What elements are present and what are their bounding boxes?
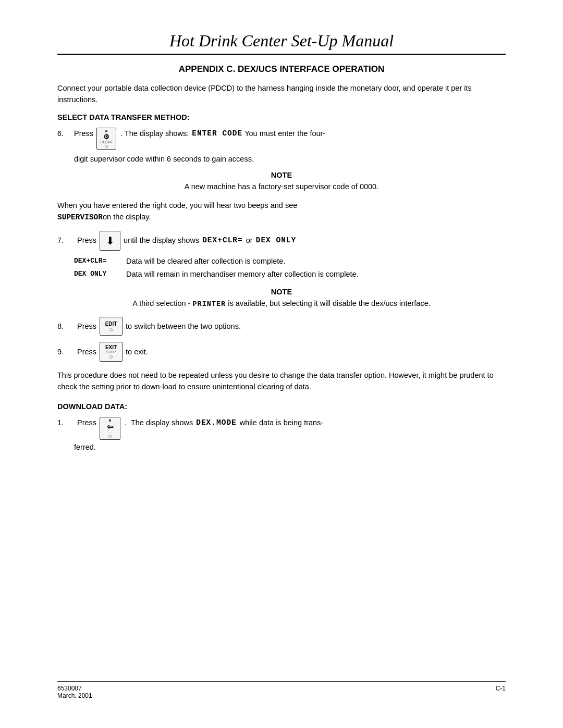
key-hash-led (105, 145, 108, 148)
def2-term: DEX ONLY (74, 269, 126, 280)
dl-step-1-number: 1. (57, 417, 74, 429)
intro-text: Connect your portable data collection de… (57, 83, 506, 106)
note2-block: When you have entered the right code, yo… (57, 200, 506, 224)
step-7-row: 7. Press ⬇ until the display shows DEX+C… (57, 231, 506, 251)
note3-heading: NOTE (89, 288, 474, 296)
note1-text: A new machine has a factory-set supervis… (89, 181, 474, 193)
key-edit-button[interactable]: EDIT (100, 317, 123, 336)
dl-step-1-row: 1. Press 6 ⇦ - . The display shows DEX.M… (57, 417, 506, 440)
step-6-row: 6. Press # ⚙ CLEAR . The display shows: … (57, 128, 506, 150)
key-exit-led (109, 355, 113, 359)
note3-text2: is available, but selecting it will disa… (228, 299, 430, 307)
key-arrow-button[interactable]: ⬇ (100, 231, 120, 251)
dl-step-1-text: . The display shows (125, 417, 193, 429)
note3-display: PRINTER (193, 300, 226, 308)
step-7-display: DEX+CLR= (202, 235, 243, 246)
step-8-row: 8. Press EDIT to switch between the two … (57, 317, 506, 336)
def1-row: DEX+CLR= Data will be cleared after coll… (74, 256, 506, 267)
def-block: DEX+CLR= Data will be cleared after coll… (74, 256, 506, 281)
key-6-symbol: ⇦ (107, 423, 114, 430)
key-arrow-symbol: ⬇ (106, 232, 115, 249)
footer-page: C-1 (496, 685, 506, 699)
step-7-display2: DEX ONLY (256, 235, 297, 246)
def2-desc: Data will remain in merchandiser memory … (126, 269, 506, 280)
step-6-continued: digit supervisor code within 6 seconds t… (74, 154, 506, 165)
footer-date: March, 2001 (57, 692, 92, 699)
footer-left: 6530007 March, 2001 (57, 685, 92, 699)
key-edit-led (109, 328, 113, 331)
step-8-number: 8. (57, 320, 74, 332)
page-title: Hot Drink Center Set-Up Manual (57, 31, 506, 55)
dl-step-1-cont: while data is being trans- (240, 417, 323, 429)
step-6-cont: You must enter the four- (244, 128, 325, 140)
def1-term: DEX+CLR= (74, 256, 126, 267)
step-8-text: to switch between the two options. (126, 320, 241, 332)
key-hash-bottom: CLEAR (100, 140, 112, 144)
def2-row: DEX ONLY Data will remain in merchandise… (74, 269, 506, 280)
note3-text1: A third selection - (132, 299, 190, 307)
def1-desc: Data will be cleared after collection is… (126, 256, 506, 267)
step-7-press: Press (77, 235, 96, 246)
step-6-number: 6. (57, 128, 74, 140)
footer-doc-number: 6530007 (57, 685, 92, 692)
step-6-display: ENTER CODE (192, 128, 242, 140)
step-6-text: . The display shows: (120, 128, 189, 140)
key-exit-label: EXIT (105, 345, 117, 350)
note1-block: NOTE A new machine has a factory-set sup… (89, 171, 474, 193)
note1-heading: NOTE (89, 171, 474, 179)
dl-step-1-press: Press (77, 417, 96, 429)
step-9-press: Press (77, 346, 96, 358)
step-7-or: or (246, 235, 253, 246)
key-exit-sub: STOP (106, 350, 116, 354)
step-9-row: 9. Press EXIT STOP to exit. (57, 342, 506, 362)
key-hash-symbol: ⚙ (103, 133, 109, 140)
appendix-heading: APPENDIX C. DEX/UCS INTERFACE OPERATION (57, 64, 506, 75)
supervisor-display: SUPERVISOR (57, 213, 103, 221)
step-9-number: 9. (57, 346, 74, 358)
key-6-bottom: - (109, 430, 111, 434)
key-hash-button[interactable]: # ⚙ CLEAR (96, 128, 116, 150)
step-7-number: 7. (57, 235, 74, 246)
section1-heading: SELECT DATA TRANSFER METHOD: (57, 113, 506, 121)
key-6-button[interactable]: 6 ⇦ - (100, 417, 120, 440)
key-edit-label: EDIT (105, 322, 117, 327)
dl-step-1-display: DEX.MODE (196, 417, 237, 429)
note2-cont: on the display. (103, 213, 151, 221)
key-exit-button[interactable]: EXIT STOP (100, 342, 123, 362)
footer: 6530007 March, 2001 C-1 (57, 681, 506, 699)
key-6-led (108, 435, 112, 438)
note3-block: NOTE A third selection - PRINTER is avai… (89, 288, 474, 310)
section2-heading: DOWNLOAD DATA: (57, 402, 506, 411)
step-7-text: until the display shows (124, 235, 199, 246)
dl-step-1-ferred: ferred. (74, 443, 506, 451)
step-8-press: Press (77, 320, 96, 332)
step-6-press: Press (74, 128, 93, 140)
note2-text: When you have entered the right code, yo… (57, 201, 297, 209)
closing-text: This procedure does not need to be repea… (57, 370, 506, 393)
note3-text: A third selection - PRINTER is available… (89, 298, 474, 310)
step-9-text: to exit. (126, 346, 148, 358)
